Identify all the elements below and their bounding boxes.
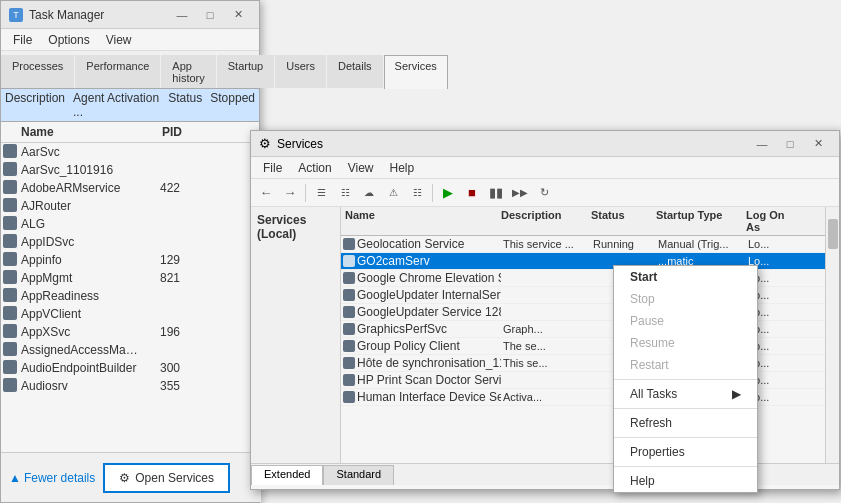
services-title-left: ⚙ Services <box>259 136 323 151</box>
services-close-button[interactable]: ✕ <box>805 134 831 154</box>
scroll-placeholder <box>786 209 800 233</box>
table-row[interactable]: Appinfo 129 <box>1 251 259 269</box>
disconnect-button[interactable]: ⚠ <box>382 182 404 204</box>
open-services-button[interactable]: ⚙ Open Services <box>103 463 230 493</box>
tab-users[interactable]: Users <box>275 55 326 88</box>
tab-startup[interactable]: Startup <box>217 55 274 88</box>
table-row[interactable]: AppIDSvc <box>1 233 259 251</box>
status-label: Status <box>168 91 202 119</box>
col-header-svc-desc[interactable]: Description <box>501 209 591 233</box>
ctx-refresh[interactable]: Refresh <box>614 412 757 434</box>
description-status-row: Description Agent Activation ... Status … <box>1 89 259 122</box>
col-header-svc-logon[interactable]: Log On As <box>746 209 786 233</box>
toolbar-sep-2 <box>432 184 433 202</box>
task-manager-title: Task Manager <box>29 8 104 22</box>
services-toolbar: ← → ☰ ☷ ☁ ⚠ ☷ ▶ ■ ▮▮ ▶▶ ↻ <box>251 179 839 207</box>
ctx-all-tasks[interactable]: All Tasks ▶ <box>614 383 757 405</box>
task-manager-menu: File Options View <box>1 29 259 51</box>
services-scrollbar[interactable] <box>825 207 839 463</box>
table-row[interactable]: AudioEndpointBuilder 300 <box>1 359 259 377</box>
resume-button[interactable]: ▶▶ <box>509 182 531 204</box>
show-tree-button[interactable]: ☰ <box>310 182 332 204</box>
table-row[interactable]: AssignedAccessManagerSvc <box>1 341 259 359</box>
properties-shortcut-button[interactable]: ☷ <box>406 182 428 204</box>
forward-button[interactable]: → <box>279 182 301 204</box>
back-button[interactable]: ← <box>255 182 277 204</box>
col-header-pid[interactable]: PID <box>141 125 186 139</box>
table-row[interactable]: AppReadiness <box>1 287 259 305</box>
ctx-stop: Stop <box>614 288 757 310</box>
ctx-sep-2 <box>614 408 757 409</box>
table-row[interactable]: AarSvc <box>1 143 259 161</box>
menu-options[interactable]: Options <box>40 31 97 49</box>
maximize-button[interactable]: □ <box>197 5 223 25</box>
stop-button[interactable]: ■ <box>461 182 483 204</box>
services-window-icon: ⚙ <box>259 136 271 151</box>
col-header-name[interactable]: Name <box>1 125 141 139</box>
services-menu-help[interactable]: Help <box>382 159 423 177</box>
ctx-help[interactable]: Help <box>614 470 757 492</box>
table-row[interactable]: AppVClient <box>1 305 259 323</box>
ctx-start[interactable]: Start <box>614 266 757 288</box>
chevron-right-icon: ▶ <box>732 387 741 401</box>
titlebar-controls: — □ ✕ <box>169 5 251 25</box>
fewer-details-label: Fewer details <box>24 471 95 485</box>
connect-button[interactable]: ☁ <box>358 182 380 204</box>
play-button[interactable]: ▶ <box>437 182 459 204</box>
ctx-restart: Restart <box>614 354 757 376</box>
fewer-details-button[interactable]: ▲ Fewer details <box>9 471 95 485</box>
col-header-svc-startup[interactable]: Startup Type <box>656 209 746 233</box>
task-manager-bottom-bar: ▲ Fewer details ⚙ Open Services <box>1 452 261 502</box>
tab-apphistory[interactable]: App history <box>161 55 215 88</box>
tab-performance[interactable]: Performance <box>75 55 160 88</box>
ctx-sep-4 <box>614 466 757 467</box>
services-menu-file[interactable]: File <box>255 159 290 177</box>
table-row[interactable]: AdobeARMservice 422 <box>1 179 259 197</box>
table-row[interactable]: AppXSvc 196 <box>1 323 259 341</box>
task-manager-window: T Task Manager — □ ✕ File Options View P… <box>0 0 260 503</box>
table-row[interactable]: Geolocation Service This service ... Run… <box>341 236 825 253</box>
table-row[interactable]: AJRouter <box>1 197 259 215</box>
services-menu-action[interactable]: Action <box>290 159 339 177</box>
ctx-properties[interactable]: Properties <box>614 441 757 463</box>
show-desc-button[interactable]: ☷ <box>334 182 356 204</box>
services-maximize-button[interactable]: □ <box>777 134 803 154</box>
services-window-title: Services <box>277 137 323 151</box>
toolbar-sep-1 <box>305 184 306 202</box>
tab-services[interactable]: Services <box>384 55 448 89</box>
services-table-header: Name Description Status Startup Type Log… <box>341 207 825 236</box>
table-row[interactable]: Audiosrv 355 <box>1 377 259 395</box>
minimize-button[interactable]: — <box>169 5 195 25</box>
services-sidebar: Services (Local) <box>251 207 341 463</box>
ctx-pause: Pause <box>614 310 757 332</box>
tab-standard[interactable]: Standard <box>323 465 394 485</box>
open-services-label: Open Services <box>135 471 214 485</box>
task-manager-tabs: Processes Performance App history Startu… <box>1 51 259 89</box>
pause-button[interactable]: ▮▮ <box>485 182 507 204</box>
titlebar-left: T Task Manager <box>9 8 104 22</box>
task-manager-titlebar: T Task Manager — □ ✕ <box>1 1 259 29</box>
ctx-sep-1 <box>614 379 757 380</box>
services-titlebar: ⚙ Services — □ ✕ <box>251 131 839 157</box>
services-menu-view[interactable]: View <box>340 159 382 177</box>
tab-extended[interactable]: Extended <box>251 465 323 485</box>
task-manager-icon: T <box>9 8 23 22</box>
table-row[interactable]: AppMgmt 821 <box>1 269 259 287</box>
menu-file[interactable]: File <box>5 31 40 49</box>
menu-view[interactable]: View <box>98 31 140 49</box>
table-row[interactable]: AarSvc_1101916 <box>1 161 259 179</box>
description-label: Description <box>5 91 65 119</box>
tab-details[interactable]: Details <box>327 55 383 88</box>
context-menu: Start Stop Pause Resume Restart All Task… <box>613 265 758 493</box>
scrollbar-thumb[interactable] <box>828 219 838 249</box>
restart-button[interactable]: ↻ <box>533 182 555 204</box>
services-titlebar-controls: — □ ✕ <box>749 134 831 154</box>
services-minimize-button[interactable]: — <box>749 134 775 154</box>
close-button[interactable]: ✕ <box>225 5 251 25</box>
tab-processes[interactable]: Processes <box>1 55 74 88</box>
col-header-svc-status[interactable]: Status <box>591 209 656 233</box>
description-value: Agent Activation ... <box>73 91 160 119</box>
chevron-up-icon: ▲ <box>9 471 21 485</box>
col-header-svc-name[interactable]: Name <box>341 209 501 233</box>
table-row[interactable]: ALG <box>1 215 259 233</box>
